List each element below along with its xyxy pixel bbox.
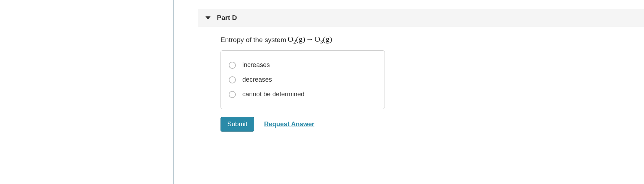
radio-button[interactable]	[229, 91, 236, 98]
option-label: increases	[242, 61, 270, 69]
part-header[interactable]: Part D	[198, 9, 644, 27]
option-row[interactable]: increases	[229, 58, 377, 72]
options-box: increases decreases cannot be determined	[221, 50, 385, 109]
product-base: O	[314, 35, 320, 44]
request-answer-link[interactable]: Request Answer	[264, 121, 314, 128]
question-prefix: Entropy of the system	[221, 36, 286, 44]
radio-button[interactable]	[229, 62, 236, 69]
arrow-right-icon: →	[306, 35, 314, 44]
chevron-down-icon	[205, 16, 210, 20]
question-area: Entropy of the system O2(g)→O3(g) increa…	[198, 27, 644, 132]
option-label: cannot be determined	[242, 91, 304, 98]
submit-button[interactable]: Submit	[221, 117, 254, 132]
option-label: decreases	[242, 76, 272, 83]
main-content: Part D Entropy of the system O2(g)→O3(g)…	[198, 9, 644, 132]
vertical-divider	[173, 0, 174, 184]
product-sub: 3	[320, 39, 323, 45]
part-title: Part D	[217, 14, 237, 22]
reactant-base: O	[288, 35, 293, 44]
chem-formula: O2(g)→O3(g)	[288, 35, 332, 45]
question-text: Entropy of the system O2(g)→O3(g)	[221, 35, 644, 45]
reactant-state: (g)	[296, 35, 305, 44]
radio-button[interactable]	[229, 76, 236, 83]
product-state: (g)	[323, 35, 332, 44]
button-row: Submit Request Answer	[221, 117, 644, 132]
option-row[interactable]: decreases	[229, 72, 377, 87]
option-row[interactable]: cannot be determined	[229, 87, 377, 102]
